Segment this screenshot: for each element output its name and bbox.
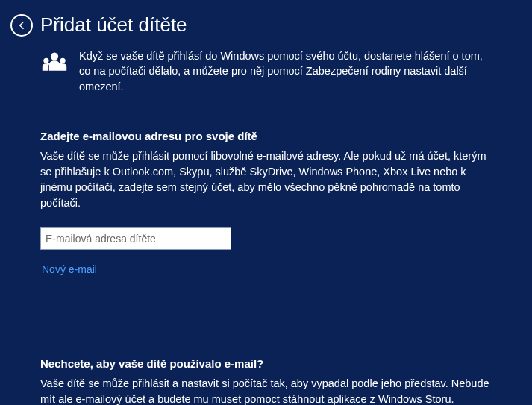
intro-row: Když se vaše dítě přihlásí do Windows po… [0,48,532,94]
intro-text: Když se vaše dítě přihlásí do Windows po… [79,48,492,94]
section-no-email: Nechcete, aby vaše dítě používalo e-mail… [0,357,532,405]
family-icon [40,50,69,78]
section-email-heading: Zadejte e-mailovou adresu pro svoje dítě [40,130,492,142]
section-email: Zadejte e-mailovou adresu pro svoje dítě… [0,130,532,275]
page-title: Přidat účet dítěte [40,13,187,37]
svg-point-2 [60,58,66,63]
back-button[interactable] [10,14,33,37]
new-email-link[interactable]: Nový e-mail [42,263,97,275]
arrow-left-icon [16,19,28,31]
section-noemail-heading: Nechcete, aby vaše dítě používalo e-mail… [40,357,492,370]
section-email-text: Vaše dítě se může přihlásit pomocí libov… [40,148,492,211]
section-noemail-text: Vaše dítě se může přihlásit a nastavit s… [40,376,492,405]
page-header: Přidat účet dítěte [0,0,532,44]
email-field[interactable] [40,227,231,250]
svg-point-0 [51,53,58,60]
svg-point-1 [43,58,48,63]
